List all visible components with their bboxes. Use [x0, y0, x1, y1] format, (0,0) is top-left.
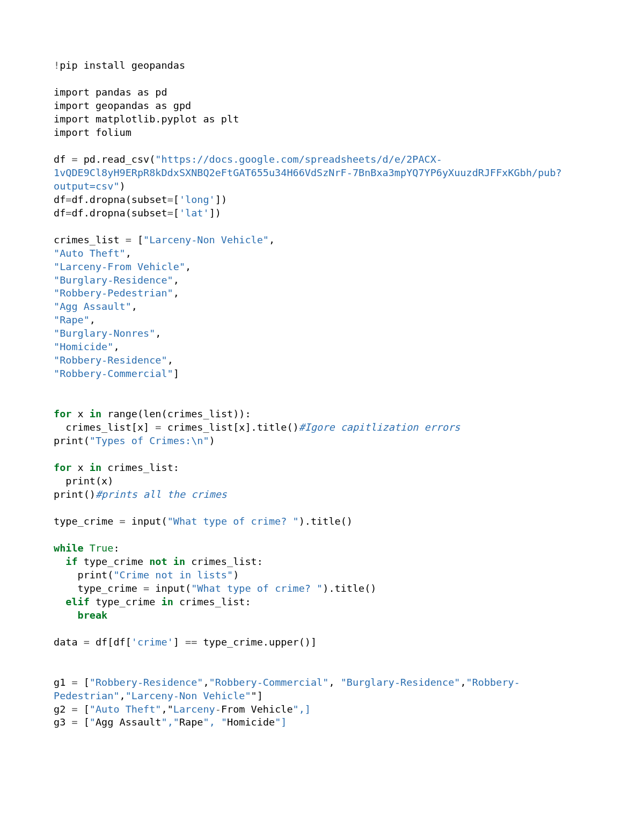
- code-token: crimes_list:: [185, 556, 263, 567]
- code-line: [54, 140, 590, 153]
- code-line: "Burglary-Residence",: [54, 274, 590, 287]
- code-token: ,: [90, 314, 96, 325]
- code-token: break: [78, 610, 108, 621]
- code-token: g2: [54, 704, 71, 715]
- code-token: ==: [185, 636, 197, 648]
- code-token: ,: [131, 301, 137, 312]
- code-token: import geopandas as gpd: [54, 100, 191, 111]
- code-token: "Robbery-Residence": [54, 354, 167, 366]
- code-token: "Homicide": [54, 341, 113, 352]
- code-token: ",]: [293, 704, 311, 715]
- code-token: =: [71, 154, 77, 165]
- code-token: ,: [185, 261, 191, 272]
- code-token: 'crime': [131, 636, 173, 648]
- code-token: in: [90, 462, 101, 473]
- code-token: 'lat': [179, 207, 209, 219]
- code-token: ,: [167, 354, 173, 366]
- code-line: "Agg Assault",: [54, 300, 590, 314]
- code-token: ,: [120, 690, 126, 701]
- code-block: !pip install geopandas import pandas as …: [54, 59, 590, 729]
- code-line: type_crime = input("What type of crime? …: [54, 515, 590, 528]
- code-line: for x in crimes_list:: [54, 461, 590, 475]
- code-token: type_crime: [78, 556, 150, 567]
- code-token: ,: [126, 248, 131, 259]
- code-line: g1 = ["Robbery-Residence","Robbery-Comme…: [54, 676, 590, 703]
- code-token: df: [54, 207, 65, 219]
- code-token: df: [54, 194, 65, 205]
- code-token: ,: [460, 677, 466, 688]
- code-token: From Vehicle: [221, 704, 293, 715]
- code-token: pd.read_csv(: [78, 154, 156, 165]
- code-token: g1: [54, 677, 71, 688]
- code-token: "Robbery-Pedestrian": [54, 287, 173, 299]
- code-line: print("Crime not in lists"): [54, 569, 590, 582]
- code-line: print(x): [54, 475, 590, 488]
- code-token: type_crime: [54, 583, 143, 594]
- code-token: print(x): [54, 475, 113, 487]
- code-token: "Crime not in lists": [113, 569, 233, 581]
- code-line: import folium: [54, 126, 590, 140]
- code-line: data = df[df['crime'] == type_crime.uppe…: [54, 636, 590, 649]
- code-line: print("Types of Crimes:\n"): [54, 434, 590, 448]
- code-line: "Robbery-Commercial"]: [54, 367, 590, 381]
- code-token: not in: [149, 556, 185, 567]
- code-token: -: [215, 704, 221, 715]
- code-line: df = pd.read_csv("https://docs.google.co…: [54, 153, 590, 193]
- code-token: =: [120, 516, 126, 527]
- code-token: ,: [203, 677, 209, 688]
- code-token: df.dropna(subset: [71, 194, 167, 205]
- code-token: pip install geopandas: [60, 60, 185, 71]
- code-token: ": [251, 690, 257, 701]
- code-line: [54, 448, 590, 461]
- code-line: [54, 381, 590, 394]
- code-token: input(: [149, 583, 191, 594]
- code-line: import geopandas as gpd: [54, 99, 590, 113]
- code-token: =: [65, 207, 71, 219]
- code-token: "Burglary-Residence": [54, 274, 173, 286]
- code-token: print(): [54, 489, 96, 500]
- code-line: elif type_crime in crimes_list:: [54, 596, 590, 609]
- code-token: range(len(crimes_list)):: [101, 408, 251, 419]
- code-token: =: [71, 716, 77, 728]
- code-token: ,: [113, 341, 119, 352]
- code-token: ": [90, 716, 96, 728]
- code-token: =: [155, 422, 161, 433]
- code-line: "Robbery-Residence",: [54, 354, 590, 367]
- code-line: [54, 663, 590, 676]
- code-line: df=df.dropna(subset=['lat']): [54, 207, 590, 220]
- code-line: while True:: [54, 542, 590, 555]
- code-token: ,: [155, 328, 161, 339]
- code-token: df: [54, 154, 71, 165]
- code-token: ): [233, 569, 239, 581]
- code-line: "Burglary-Nonres",: [54, 327, 590, 340]
- code-token: #Igore capitlization errors: [299, 422, 460, 433]
- code-token: ): [209, 435, 215, 446]
- code-line: import pandas as pd: [54, 86, 590, 99]
- code-token: [54, 556, 65, 567]
- code-token: in: [90, 408, 101, 419]
- document-page: !pip install geopandas import pandas as …: [0, 0, 644, 834]
- code-line: "Robbery-Pedestrian",: [54, 287, 590, 300]
- code-token: df[df[: [90, 636, 131, 648]
- code-token: ,: [173, 274, 179, 286]
- code-token: "Auto Theft": [54, 248, 126, 259]
- code-token: "Auto Theft": [90, 704, 162, 715]
- code-token: =: [143, 583, 149, 594]
- code-token: crimes_list[x].title(): [162, 422, 299, 433]
- code-token: [84, 542, 90, 554]
- code-token: "Larceny-Non Vehicle": [126, 690, 251, 701]
- code-token: Agg Assault: [96, 716, 162, 728]
- code-line: [54, 622, 590, 636]
- code-token: "Rape": [54, 314, 90, 325]
- code-token: ", ": [203, 716, 228, 728]
- code-line: if type_crime not in crimes_list:: [54, 555, 590, 569]
- code-token: "What type of crime? ": [191, 583, 323, 594]
- code-token: import pandas as pd: [54, 86, 167, 98]
- code-token: :: [113, 542, 119, 554]
- code-token: ,: [269, 234, 275, 245]
- code-token: print(: [54, 569, 113, 581]
- code-token: x: [71, 462, 89, 473]
- code-token: =: [84, 636, 90, 648]
- code-line: [54, 394, 590, 408]
- code-token: ).title(): [299, 516, 353, 527]
